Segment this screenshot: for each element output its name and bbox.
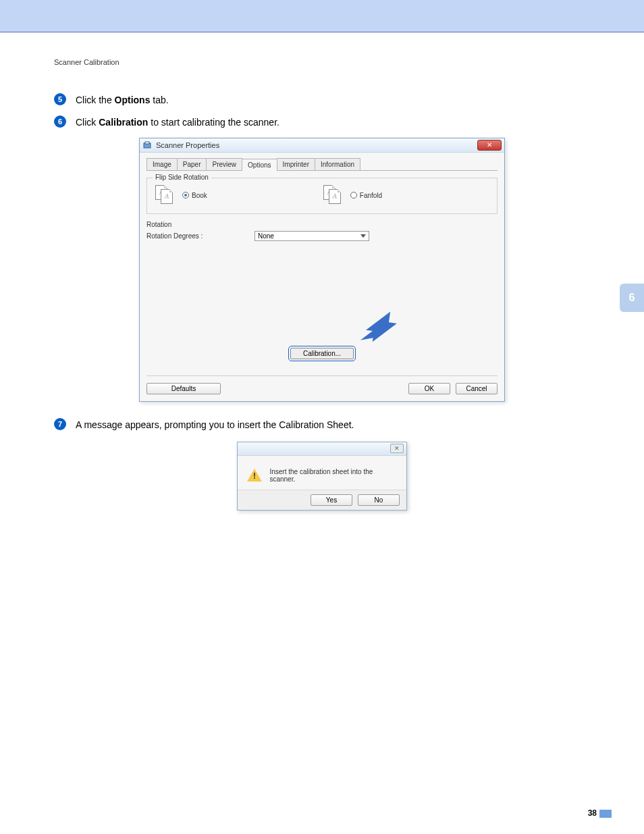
dialog-titlebar: ✕ <box>238 442 406 456</box>
step-6-bold: Calibration <box>99 117 148 128</box>
page-number: 38 <box>588 808 597 818</box>
flip-side-legend: Flip Side Rotation <box>153 174 211 181</box>
dialog-button-row: Yes No <box>238 490 406 510</box>
dialog-close-button[interactable]: ✕ <box>390 444 404 453</box>
step-6-prefix: Click <box>76 117 99 128</box>
rotation-value: None <box>258 232 274 240</box>
flip-side-rotation-group: Flip Side Rotation AA Book AA <box>146 178 498 214</box>
step-6-suffix: to start calibrating the scanner. <box>148 117 279 128</box>
radio-book-label: Book <box>192 192 207 199</box>
step-6-text: Click Calibration to start calibrating t… <box>76 115 279 130</box>
page-number-bar <box>599 810 612 818</box>
book-option-group: AA Book <box>155 185 207 205</box>
radio-book[interactable]: Book <box>182 192 207 199</box>
step-badge-5: 5 <box>54 93 66 105</box>
step-5-bold: Options <box>115 95 151 105</box>
chapter-tab: 6 <box>620 284 644 312</box>
app-icon <box>142 140 152 150</box>
rotation-dropdown[interactable]: None <box>254 231 369 241</box>
section-title: Scanner Calibration <box>54 58 590 66</box>
rotation-row: Rotation Degrees : None <box>146 231 498 241</box>
tab-information[interactable]: Information <box>315 158 360 170</box>
rotation-heading: Rotation <box>146 221 498 228</box>
defaults-button[interactable]: Defaults <box>146 383 221 394</box>
step-5-prefix: Click the <box>76 95 115 105</box>
step-5-text: Click the Options tab. <box>76 93 169 107</box>
dialog-message: Insert the calibration sheet into the sc… <box>269 468 397 483</box>
step-5: 5 Click the Options tab. <box>54 93 590 107</box>
no-button[interactable]: No <box>358 494 400 506</box>
tab-options[interactable]: Options <box>242 159 277 171</box>
tab-imprinter[interactable]: Imprinter <box>277 158 315 170</box>
titlebar: Scanner Properties ✕ <box>140 138 504 153</box>
step-7: 7 A message appears, prompting you to in… <box>54 418 590 432</box>
step-5-suffix: tab. <box>150 95 168 105</box>
step-badge-6: 6 <box>54 115 66 128</box>
chevron-down-icon <box>360 234 366 238</box>
book-icon: AA <box>155 185 176 205</box>
scanner-properties-window: Scanner Properties ✕ Image Paper Preview… <box>139 138 505 402</box>
radio-fanfold-label: Fanfold <box>360 192 382 199</box>
pointer-arrow-icon <box>357 306 398 346</box>
fanfold-option-group: AA Fanfold <box>323 185 382 205</box>
yes-button[interactable]: Yes <box>311 494 352 506</box>
insert-sheet-dialog: ✕ ! Insert the calibration sheet into th… <box>237 442 407 511</box>
tab-strip: Image Paper Preview Options Imprinter In… <box>146 158 498 171</box>
warning-icon: ! <box>247 469 261 482</box>
svg-rect-1 <box>145 142 149 144</box>
step-7-text: A message appears, prompting you to inse… <box>76 418 354 432</box>
tab-image[interactable]: Image <box>146 158 178 170</box>
tab-paper[interactable]: Paper <box>177 158 207 170</box>
window-title: Scanner Properties <box>156 141 219 149</box>
close-button[interactable]: ✕ <box>477 140 502 151</box>
fanfold-icon: AA <box>323 185 344 205</box>
tab-preview[interactable]: Preview <box>206 158 242 170</box>
header-banner <box>0 0 644 32</box>
step-6: 6 Click Calibration to start calibrating… <box>54 115 590 130</box>
calibration-area: Calibration... <box>146 348 498 359</box>
step-badge-7: 7 <box>54 418 66 430</box>
radio-fanfold-indicator <box>350 192 357 199</box>
svg-marker-2 <box>360 308 398 344</box>
bottom-button-row: Defaults OK Cancel <box>146 375 498 394</box>
calibration-button[interactable]: Calibration... <box>290 348 354 359</box>
radio-fanfold[interactable]: Fanfold <box>350 192 382 199</box>
rotation-degrees-label: Rotation Degrees : <box>146 232 241 240</box>
ok-button[interactable]: OK <box>408 383 450 394</box>
radio-book-indicator <box>182 192 189 199</box>
cancel-button[interactable]: Cancel <box>456 383 498 394</box>
